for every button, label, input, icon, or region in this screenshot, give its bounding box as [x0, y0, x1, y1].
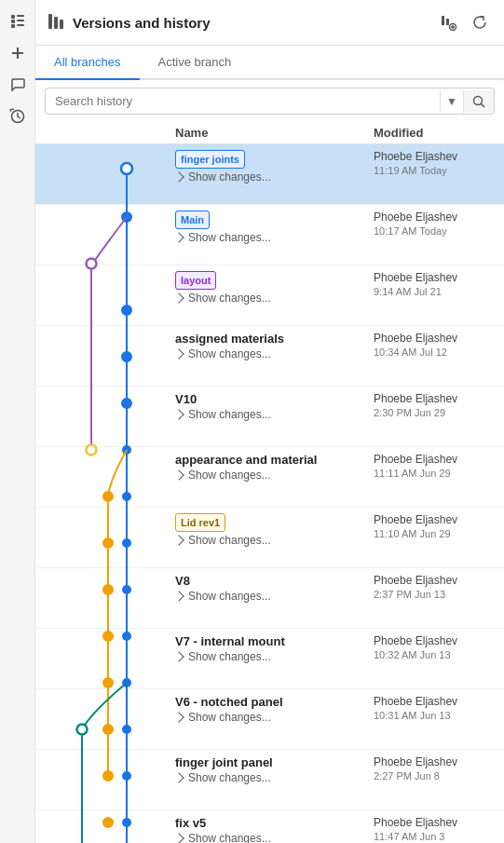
col-modified-header: Modified	[374, 126, 495, 140]
modified-cell: Phoebe Eljashev 2:27 PM Jun 8	[374, 755, 495, 782]
search-button[interactable]	[463, 90, 494, 113]
history-row[interactable]: V6 - notched panel Show changes... Phoeb…	[35, 689, 504, 750]
graph-cell	[45, 634, 175, 683]
versions-icon	[47, 12, 65, 34]
history-row[interactable]: Lid rev1 Show changes... Phoebe Eljashev…	[35, 508, 504, 568]
graph-cell	[45, 816, 175, 843]
left-sidebar	[0, 0, 35, 843]
comment-icon[interactable]	[4, 71, 32, 99]
history-row[interactable]: V7 - internal mount Show changes... Phoe…	[35, 629, 504, 689]
show-changes-link[interactable]: Show changes...	[175, 534, 366, 547]
entry-name-cell: assigned materials Show changes...	[175, 332, 374, 360]
tab-all-branches[interactable]: All branches	[35, 46, 140, 80]
modified-cell: Phoebe Eljashev 2:37 PM Jun 13	[374, 574, 495, 600]
header-actions	[435, 9, 493, 35]
show-changes-link[interactable]: Show changes...	[175, 170, 366, 184]
entry-name-cell: Lid rev1 Show changes...	[175, 513, 374, 547]
show-changes-link[interactable]: Show changes...	[175, 469, 366, 482]
graph-cell	[45, 453, 175, 501]
branch-label: Main	[175, 211, 210, 229]
graph-cell	[45, 392, 175, 441]
history-row[interactable]: V10 Show changes... Phoebe Eljashev 2:30…	[35, 387, 504, 447]
modified-cell: Phoebe Eljashev 10:32 AM Jun 13	[374, 634, 495, 660]
modified-cell: Phoebe Eljashev 11:47 AM Jun 3	[374, 816, 495, 842]
entry-name-cell: layout Show changes...	[175, 271, 374, 305]
history-row[interactable]: assigned materials Show changes... Phoeb…	[35, 326, 504, 387]
svg-rect-2	[11, 24, 15, 28]
entry-name-cell: finger joint panel Show changes...	[175, 755, 374, 784]
entry-name-cell: V6 - notched panel Show changes...	[175, 695, 374, 724]
svg-rect-4	[17, 20, 24, 21]
history-row[interactable]: finger joints Show changes... Phoebe Elj…	[35, 144, 504, 205]
svg-rect-9	[48, 14, 52, 29]
main-content: Versions and history	[35, 0, 504, 843]
entry-name-cell: finger joints Show changes...	[175, 150, 374, 184]
add-version-button[interactable]	[435, 9, 461, 35]
header: Versions and history	[35, 0, 504, 46]
show-changes-link[interactable]: Show changes...	[175, 832, 366, 843]
history-row[interactable]: appearance and material Show changes... …	[35, 447, 504, 508]
add-icon[interactable]	[4, 39, 32, 67]
history-row[interactable]: fix v5 Show changes... Phoebe Eljashev 1…	[35, 810, 504, 843]
graph-cell	[45, 332, 175, 380]
show-changes-link[interactable]: Show changes...	[175, 231, 366, 244]
header-left: Versions and history	[47, 12, 211, 34]
svg-rect-1	[11, 20, 15, 23]
show-changes-link[interactable]: Show changes...	[175, 590, 366, 603]
branch-label: Lid rev1	[175, 513, 225, 532]
modified-cell: Phoebe Eljashev 10:31 AM Jun 13	[374, 695, 495, 721]
search-input[interactable]	[46, 88, 440, 114]
col-graph-header	[45, 126, 175, 140]
tab-active-branch[interactable]: Active branch	[140, 46, 251, 80]
show-changes-link[interactable]: Show changes...	[175, 408, 366, 421]
branch-label: finger joints	[175, 150, 245, 169]
show-changes-link[interactable]: Show changes...	[175, 650, 366, 663]
svg-rect-3	[17, 15, 24, 17]
show-changes-link[interactable]: Show changes...	[175, 347, 366, 360]
col-name-header: Name	[175, 126, 374, 140]
graph-cell	[45, 574, 175, 622]
entry-name-cell: V8 Show changes...	[175, 574, 374, 603]
search-bar: ▼	[45, 88, 495, 115]
history-list: finger joints Show changes... Phoebe Elj…	[35, 144, 504, 843]
entry-name-cell: fix v5 Show changes...	[175, 816, 374, 843]
modified-cell: Phoebe Eljashev 2:30 PM Jun 29	[374, 392, 495, 418]
svg-line-19	[482, 103, 485, 107]
modified-cell: Phoebe Eljashev 11:11 AM Jun 29	[374, 453, 495, 479]
history-row[interactable]: V8 Show changes... Phoebe Eljashev 2:37 …	[35, 568, 504, 629]
modified-cell: Phoebe Eljashev 9:14 AM Jul 21	[374, 271, 495, 297]
graph-cell	[45, 150, 175, 198]
branch-label: layout	[175, 271, 216, 290]
svg-point-18	[474, 96, 483, 104]
graph-cell	[45, 755, 175, 804]
clock-icon[interactable]	[4, 102, 32, 130]
show-changes-link[interactable]: Show changes...	[175, 711, 366, 724]
graph-cell	[45, 211, 175, 259]
modified-cell: Phoebe Eljashev 11:19 AM Today	[374, 150, 495, 176]
history-row[interactable]: finger joint panel Show changes... Phoeb…	[35, 750, 504, 810]
page-title: Versions and history	[73, 15, 211, 31]
svg-rect-16	[446, 19, 449, 25]
graph-cell	[45, 271, 175, 320]
graph-cell	[45, 695, 175, 743]
show-changes-link[interactable]: Show changes...	[175, 771, 366, 784]
graph-cell	[45, 513, 175, 562]
search-dropdown-button[interactable]: ▼	[440, 91, 463, 112]
history-icon[interactable]	[4, 7, 32, 35]
svg-rect-0	[11, 15, 15, 19]
svg-rect-11	[60, 20, 63, 29]
history-row[interactable]: Main Show changes... Phoebe Eljashev 10:…	[35, 205, 504, 265]
entry-name-cell: V7 - internal mount Show changes...	[175, 634, 374, 663]
entry-name-cell: Main Show changes...	[175, 211, 374, 244]
table-header: Name Modified	[35, 122, 504, 144]
show-changes-link[interactable]: Show changes...	[175, 292, 366, 305]
history-row[interactable]: layout Show changes... Phoebe Eljashev 9…	[35, 265, 504, 326]
tabs: All branches Active branch	[35, 46, 504, 80]
refresh-button[interactable]	[467, 9, 493, 35]
svg-rect-5	[17, 24, 24, 26]
svg-rect-10	[54, 17, 58, 29]
entry-name-cell: appearance and material Show changes...	[175, 453, 374, 482]
modified-cell: Phoebe Eljashev 10:34 AM Jul 12	[374, 332, 495, 358]
entry-name-cell: V10 Show changes...	[175, 392, 374, 421]
modified-cell: Phoebe Eljashev 11:10 AM Jun 29	[374, 513, 495, 539]
